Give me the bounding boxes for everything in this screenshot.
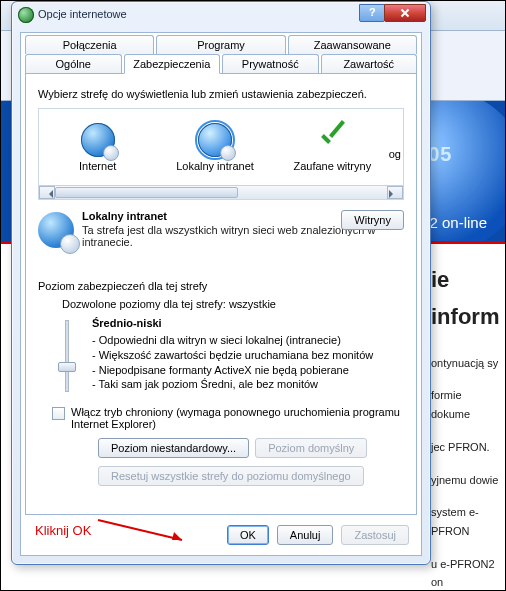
level-name: Średnio-niski [92, 316, 373, 331]
security-level-label: Poziom zabezpieczeń dla tej strefy [38, 280, 404, 292]
close-button[interactable] [384, 4, 426, 22]
content-heading: ie inform [431, 261, 499, 336]
scroll-thumb[interactable] [55, 187, 238, 198]
zone-overflow-text: og [389, 148, 401, 160]
scroll-left-arrow[interactable] [39, 186, 55, 199]
scroll-track[interactable] [55, 186, 387, 199]
globe-icon [81, 123, 115, 157]
tab-advanced[interactable]: Zaawansowane [288, 35, 417, 54]
slider-thumb[interactable] [58, 362, 76, 372]
security-level-block: Średnio-niski - Odpowiedni dla witryn w … [52, 316, 404, 396]
ok-button[interactable]: OK [227, 525, 269, 545]
default-level-button: Poziom domyślny [255, 438, 367, 458]
zone-local-intranet[interactable]: Lokalny intranet [167, 123, 262, 172]
sites-button[interactable]: Witryny [341, 210, 404, 230]
tabs-row-1: Połączenia Programy Zaawansowane [21, 33, 421, 54]
dialog-titlebar[interactable]: Opcje internetowe [12, 2, 430, 30]
scroll-right-arrow[interactable] [387, 186, 403, 199]
reset-all-zones-button: Resetuj wszystkie strefy do poziomu domy… [98, 466, 364, 486]
zone-internet[interactable]: Internet [50, 123, 145, 172]
security-tab-panel: Wybierz strefę do wyświetlenia lub zmień… [25, 73, 417, 515]
zone-list: Internet Lokalny intranet Zaufane witryn… [38, 108, 404, 200]
tab-content[interactable]: Zawartość [321, 54, 418, 73]
internet-options-icon [18, 7, 34, 23]
cancel-button[interactable]: Anuluj [277, 525, 334, 545]
globe-monitor-icon [198, 123, 232, 157]
zone-trusted-sites[interactable]: Zaufane witryny [285, 123, 380, 172]
custom-level-button[interactable]: Poziom niestandardowy... [98, 438, 249, 458]
tab-programs[interactable]: Programy [156, 35, 285, 54]
tab-privacy[interactable]: Prywatność [222, 54, 319, 73]
allowed-levels: Dozwolone poziomy dla tej strefy: wszyst… [62, 298, 404, 310]
page-content-fragment: ie inform ontynuacją sy formie dokume je… [431, 261, 499, 591]
internet-options-dialog: Opcje internetowe Połączenia Programy Za… [11, 1, 431, 565]
zone-prompt: Wybierz strefę do wyświetlenia lub zmień… [38, 88, 404, 100]
security-level-slider[interactable] [52, 316, 82, 396]
tabs-row-2: Ogólne Zabezpieczenia Prywatność Zawarto… [21, 54, 421, 73]
tab-security[interactable]: Zabezpieczenia [124, 54, 221, 74]
zone-scrollbar[interactable] [39, 185, 403, 199]
zone-big-icon [38, 212, 74, 248]
level-description: Średnio-niski - Odpowiedni dla witryn w … [92, 316, 373, 396]
tab-general[interactable]: Ogólne [25, 54, 122, 73]
help-button[interactable] [359, 4, 385, 22]
apply-button: Zastosuj [341, 525, 409, 545]
check-icon [315, 123, 349, 157]
slider-track [65, 320, 69, 392]
annotation-text: Kliknij OK [35, 523, 91, 538]
dialog-body: Połączenia Programy Zaawansowane Ogólne … [20, 32, 422, 556]
tab-connections[interactable]: Połączenia [25, 35, 154, 54]
protected-mode-label: Włącz tryb chroniony (wymaga ponownego u… [71, 406, 404, 430]
protected-mode-row[interactable]: Włącz tryb chroniony (wymaga ponownego u… [52, 406, 404, 430]
dialog-buttons: OK Anuluj Zastosuj [227, 525, 409, 545]
dialog-title: Opcje internetowe [38, 8, 127, 20]
zone-description: Lokalny intranet Ta strefa jest dla wszy… [38, 210, 404, 266]
protected-mode-checkbox[interactable] [52, 407, 65, 420]
